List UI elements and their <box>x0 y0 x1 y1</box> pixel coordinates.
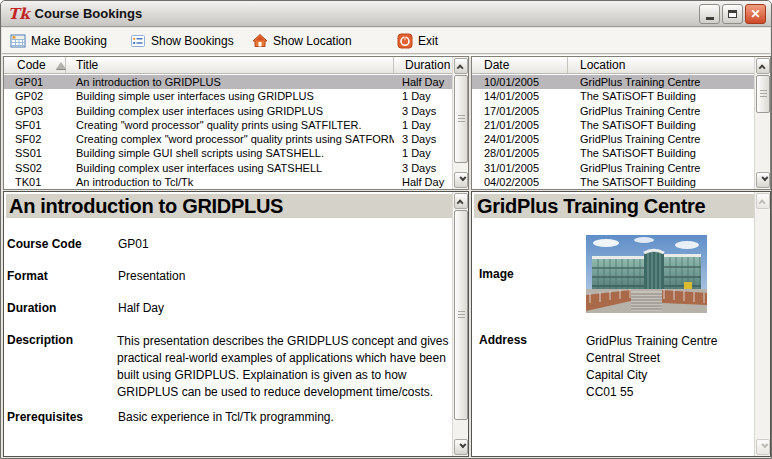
chevron-down-icon <box>459 441 466 448</box>
location-detail-panel: GridPlus Training Centre Image <box>471 191 771 457</box>
table-row[interactable]: GP03 Building complex user interfaces us… <box>4 104 452 118</box>
cell-duration: 1 Day <box>394 147 452 159</box>
description-label: Description <box>4 333 117 348</box>
chevron-up-icon <box>758 64 765 71</box>
cell-code: SS02 <box>4 162 66 174</box>
cell-code: SF01 <box>4 119 66 131</box>
column-header-title[interactable]: Title <box>66 57 394 73</box>
course-detail-title: An introduction to GRIDPLUS <box>6 194 466 218</box>
exit-label: Exit <box>418 34 438 48</box>
column-header-date[interactable]: Date <box>472 57 568 73</box>
chevron-down-icon <box>761 174 768 181</box>
titlebar[interactable]: Tk Course Bookings ✕ <box>1 1 771 27</box>
cell-duration: 1 Day <box>394 119 452 131</box>
address-field: Address GridPlus Training Centre Central… <box>472 333 754 401</box>
column-header-duration[interactable]: Duration <box>394 57 452 73</box>
exit-button[interactable]: Exit <box>393 30 442 51</box>
scrollbar-thumb[interactable] <box>454 210 468 420</box>
table-row[interactable]: 04/02/2005 The SATiSOFT Building <box>472 175 754 189</box>
cell-title: Building complex user interfaces using S… <box>66 162 394 174</box>
bookings-table-header: Date Location <box>472 57 754 74</box>
cell-location: GridPlus Training Centre <box>568 162 754 174</box>
cell-date: 28/01/2005 <box>472 147 568 159</box>
cell-title: Building simple GUI shell scripts using … <box>66 147 394 159</box>
location-title: GridPlus Training Centre <box>474 194 768 218</box>
bookings-scrollbar[interactable] <box>754 57 770 189</box>
prerequisites-value: Basic experience in Tcl/Tk programming. <box>118 410 334 425</box>
cell-location: GridPlus Training Centre <box>568 76 754 88</box>
prerequisites-label: Prerequisites <box>4 410 118 425</box>
courses-scrollbar[interactable] <box>452 57 468 189</box>
building-photo <box>586 235 707 313</box>
courses-table: Code Title Duration GP01 An introduction… <box>3 56 469 190</box>
cell-title: Building complex user interfaces using G… <box>66 105 394 117</box>
address-label: Address <box>472 333 586 348</box>
table-row[interactable]: 14/01/2005 The SATiSOFT Building <box>472 89 754 103</box>
table-row[interactable]: SF01 Creating "word processor" quality p… <box>4 118 452 132</box>
cell-date: 24/01/2005 <box>472 133 568 145</box>
column-header-code[interactable]: Code <box>4 57 66 73</box>
table-row[interactable]: SS01 Building simple GUI shell scripts u… <box>4 146 452 160</box>
cell-date: 04/02/2005 <box>472 176 568 188</box>
cell-title: Creating complex "word processor" qualit… <box>66 133 394 145</box>
cell-location: GridPlus Training Centre <box>568 105 754 117</box>
course-code-value: GP01 <box>118 237 149 252</box>
format-label: Format <box>4 269 118 284</box>
cell-duration: 3 Days <box>394 162 452 174</box>
minimize-button[interactable] <box>699 4 720 24</box>
cell-duration: Half Day <box>394 176 452 188</box>
tk-app-icon: Tk <box>8 5 30 23</box>
scroll-down-button[interactable] <box>756 172 770 188</box>
cell-date: 14/01/2005 <box>472 90 568 102</box>
cell-code: GP02 <box>4 90 66 102</box>
scrollbar-thumb[interactable] <box>454 75 468 163</box>
course-code-field: Course Code GP01 <box>4 237 452 252</box>
make-booking-label: Make Booking <box>31 34 107 48</box>
bookings-table: Date Location 10/01/2005 GridPlus Traini… <box>471 56 771 190</box>
chevron-up-icon <box>758 199 765 206</box>
scroll-up-button[interactable] <box>454 193 468 209</box>
cell-date: 31/01/2005 <box>472 162 568 174</box>
make-booking-button[interactable]: Make Booking <box>6 30 111 51</box>
scroll-down-button[interactable] <box>756 439 770 455</box>
chevron-down-icon <box>459 174 466 181</box>
scroll-up-button[interactable] <box>454 58 468 74</box>
scroll-up-button[interactable] <box>756 193 770 209</box>
cell-duration: 1 Day <box>394 90 452 102</box>
format-value: Presentation <box>118 269 185 284</box>
table-row[interactable]: 21/01/2005 The SATiSOFT Building <box>472 118 754 132</box>
show-bookings-button[interactable]: Show Bookings <box>126 30 238 51</box>
cell-code: GP03 <box>4 105 66 117</box>
chevron-up-icon <box>456 64 463 71</box>
duration-field: Duration Half Day <box>4 301 452 316</box>
table-row[interactable]: SS02 Building complex user interfaces us… <box>4 161 452 175</box>
scroll-up-button[interactable] <box>756 58 770 74</box>
table-row[interactable]: SF02 Creating complex "word processor" q… <box>4 132 452 146</box>
scroll-down-button[interactable] <box>454 439 468 455</box>
table-row[interactable]: 31/01/2005 GridPlus Training Centre <box>472 161 754 175</box>
column-header-location[interactable]: Location <box>568 57 754 73</box>
scrollbar-thumb[interactable] <box>756 75 770 113</box>
table-row[interactable]: 28/01/2005 The SATiSOFT Building <box>472 146 754 160</box>
scroll-down-button[interactable] <box>454 172 468 188</box>
show-location-button[interactable]: Show Location <box>248 30 356 51</box>
window-title: Course Bookings <box>35 6 699 21</box>
close-button[interactable]: ✕ <box>745 4 766 24</box>
table-row[interactable]: 10/01/2005 GridPlus Training Centre <box>472 75 754 89</box>
table-row[interactable]: TK01 An introduction to Tcl/Tk Half Day <box>4 175 452 189</box>
app-window: Tk Course Bookings ✕ Make Booking <box>0 0 772 459</box>
sort-ascending-icon <box>56 62 66 69</box>
address-line: Central Street <box>586 350 717 367</box>
chevron-up-icon <box>456 199 463 206</box>
table-row[interactable]: 17/01/2005 GridPlus Training Centre <box>472 104 754 118</box>
cell-date: 10/01/2005 <box>472 76 568 88</box>
location-detail-scrollbar[interactable] <box>754 192 770 456</box>
table-row[interactable]: GP01 An introduction to GRIDPLUS Half Da… <box>4 75 452 89</box>
maximize-button[interactable] <box>722 4 743 24</box>
course-code-label: Course Code <box>4 237 118 252</box>
duration-label: Duration <box>4 301 118 316</box>
table-row[interactable]: GP02 Building simple user interfaces usi… <box>4 89 452 103</box>
course-detail-scrollbar[interactable] <box>452 192 468 456</box>
cell-title: Building simple user interfaces using GR… <box>66 90 394 102</box>
table-row[interactable]: 24/01/2005 GridPlus Training Centre <box>472 132 754 146</box>
